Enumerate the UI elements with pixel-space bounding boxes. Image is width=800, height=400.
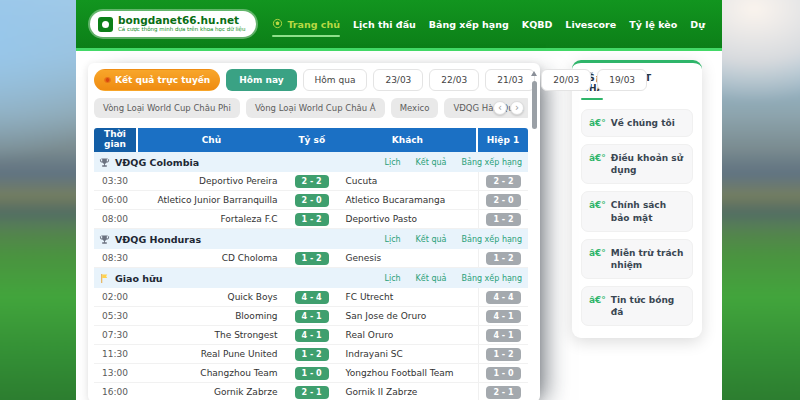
matches-panel: ◉ Kết quả trực tuyến Hôm nayHôm qua23/03… — [88, 63, 540, 400]
score-badge: 2 - 0 — [295, 194, 329, 207]
nav-item-lich-thi-au[interactable]: Lịch thi đấu — [353, 13, 416, 36]
quick-link-chinh-sach-bao-mat[interactable]: â€°Chính sách bảo mật — [581, 191, 693, 231]
quick-link-label: Điều khoản sử dụng — [611, 152, 685, 176]
league-name: VĐQG Colombia — [115, 157, 199, 168]
day-filter-19-03[interactable]: 19/03 — [597, 69, 647, 91]
day-filter-hom-nay[interactable]: Hôm nay — [226, 69, 296, 91]
scroll-left-icon[interactable]: ‹ — [493, 101, 507, 115]
nav-item-kqbd[interactable]: KQBD — [522, 13, 553, 36]
half-score-badge: 1 - 2 — [486, 252, 520, 265]
quick-link-tin-tuc-bong-a[interactable]: â€°Tin tức bóng đá — [581, 286, 693, 326]
score-cell: 1 - 2 — [285, 213, 339, 226]
match-time: 02:00 — [94, 292, 136, 302]
half-score-cell: 2 - 2 — [478, 172, 528, 190]
half-score-cell: 2 - 0 — [478, 191, 528, 209]
half-score-badge: 4 - 1 — [486, 310, 520, 323]
home-team: The Strongest — [136, 330, 285, 340]
league-link-lich[interactable]: Lịch — [384, 158, 400, 167]
half-score-cell: 1 - 2 — [478, 345, 528, 363]
match-row[interactable]: 06:00Atletico Junior Barranquilla2 - 0At… — [94, 191, 528, 210]
score-cell: 1 - 2 — [285, 252, 339, 265]
score-badge: 1 - 0 — [295, 367, 329, 380]
match-row[interactable]: 02:00Quick Boys4 - 4FC Utrecht4 - 4 — [94, 288, 528, 307]
nav-item-label: Dự đoán bóng đá AI — [690, 19, 708, 30]
league-link-lich[interactable]: Lịch — [384, 235, 400, 244]
trophy-icon — [99, 234, 110, 245]
title-underline — [581, 98, 603, 100]
nav-item-ty-le-keo[interactable]: Tỷ lệ kèo — [629, 13, 677, 36]
home-nav-icon — [272, 18, 283, 31]
match-row[interactable]: 08:00Fortaleza F.C1 - 2Deportivo Pasto1 … — [94, 210, 528, 229]
match-row[interactable]: 11:30Real Pune United1 - 2Indrayani SC1 … — [94, 345, 528, 364]
nav-item-du-oan-bong-a-ai[interactable]: Dự đoán bóng đá AI — [690, 13, 708, 36]
home-team: Changzhou Team — [136, 368, 285, 378]
day-filter-22-03[interactable]: 22/03 — [429, 69, 479, 91]
match-time: 08:30 — [94, 253, 136, 263]
away-team: Real Oruro — [339, 330, 478, 340]
scroll-right-icon[interactable]: › — [510, 101, 524, 115]
league-link-bang-xep-hang[interactable]: Bảng xếp hạng — [462, 274, 522, 283]
quick-link-mien-tru-trach-nhiem[interactable]: â€°Miễn trừ trách nhiệm — [581, 239, 693, 279]
league-link-bang-xep-hang[interactable]: Bảng xếp hạng — [462, 235, 522, 244]
home-team: Fortaleza F.C — [136, 214, 285, 224]
half-score-badge: 2 - 1 — [486, 386, 520, 399]
league-filter-mexico[interactable]: Mexico — [391, 98, 439, 118]
away-team: Atletico Bucaramanga — [339, 195, 478, 205]
away-team: Deportivo Pasto — [339, 214, 478, 224]
league-name: VĐQG Honduras — [115, 234, 201, 245]
league-filter-vong-loai-world-cup-chau-phi[interactable]: Vòng Loại World Cup Châu Phi — [94, 98, 240, 118]
league-link-ket-qua[interactable]: Kết quả — [416, 158, 447, 167]
table-header-mid: Chủ Tỷ số Khách — [138, 128, 476, 152]
site-logo[interactable]: bongdanet66.hu.net Cá cược thông minh dự… — [90, 11, 256, 37]
quick-links-card: âš¡ Liên kết nhanh â€°Về chúng tôiâ€°Điề… — [572, 60, 702, 338]
quick-link-label: Về chúng tôi — [611, 117, 675, 129]
score-cell: 4 - 1 — [285, 310, 339, 323]
league-links: LịchKết quảBảng xếp hạng — [384, 235, 522, 244]
match-row[interactable]: 16:00Gornik Zabrze2 - 1Gornik II Zabrze2… — [94, 383, 528, 400]
half-score-badge: 4 - 4 — [486, 291, 520, 304]
nav-item-label: Lịch thi đấu — [353, 19, 416, 30]
nav-item-livescore[interactable]: Livescore — [565, 13, 616, 36]
live-results-button[interactable]: ◉ Kết quả trực tuyến — [94, 69, 220, 91]
scroll-up-icon[interactable] — [531, 71, 537, 76]
quick-link-ve-chung-toi[interactable]: â€°Về chúng tôi — [581, 109, 693, 137]
match-row[interactable]: 05:30Blooming4 - 1San Jose de Oruro4 - 1 — [94, 307, 528, 326]
home-team: Blooming — [136, 311, 285, 321]
content-area: ◉ Kết quả trực tuyến Hôm nayHôm qua23/03… — [76, 51, 722, 400]
score-badge: 1 - 2 — [295, 348, 329, 361]
home-team: Atletico Junior Barranquilla — [136, 195, 285, 205]
day-filter-21-03[interactable]: 21/03 — [485, 69, 535, 91]
match-row[interactable]: 07:30The Strongest4 - 1Real Oruro4 - 1 — [94, 326, 528, 345]
nav-item-label: Bảng xếp hạng — [429, 19, 509, 30]
scrollbar-thumb[interactable] — [532, 81, 537, 129]
col-header-half: Hiệp 1 — [478, 128, 528, 152]
day-filter-23-03[interactable]: 23/03 — [373, 69, 423, 91]
quick-link-ieu-khoan-su-dung[interactable]: â€°Điều khoản sử dụng — [581, 144, 693, 184]
match-row[interactable]: 13:00Changzhou Team1 - 0Yongzhou Footbal… — [94, 364, 528, 383]
match-row[interactable]: 03:30Deportivo Pereira2 - 2Cucuta2 - 2 — [94, 172, 528, 191]
quick-link-label: Miễn trừ trách nhiệm — [611, 247, 685, 271]
nav-item-trang-chu[interactable]: Trang chủ — [272, 12, 340, 37]
half-score-badge: 1 - 0 — [486, 367, 520, 380]
score-badge: 1 - 2 — [295, 213, 329, 226]
quick-link-label: Chính sách bảo mật — [611, 199, 685, 223]
half-score-cell: 1 - 2 — [478, 210, 528, 228]
match-time: 16:00 — [94, 387, 136, 397]
home-team: Real Pune United — [136, 349, 285, 359]
away-team: San Jose de Oruro — [339, 311, 478, 321]
match-table: Thời gian Chủ Tỷ số Khách Hiệp 1 VĐQG Co… — [94, 128, 528, 400]
league-link-bang-xep-hang[interactable]: Bảng xếp hạng — [462, 158, 522, 167]
league-filter-vong-loai-world-cup-chau-a[interactable]: Vòng Loại World Cup Châu Á — [246, 98, 385, 118]
away-team: Gornik II Zabrze — [339, 387, 478, 397]
match-row[interactable]: 08:30CD Choloma1 - 2Genesis1 - 2 — [94, 249, 528, 268]
score-cell: 4 - 1 — [285, 329, 339, 342]
col-header-home: Chủ — [138, 128, 285, 152]
nav-item-bang-xep-hang[interactable]: Bảng xếp hạng — [429, 13, 509, 36]
day-filter-20-03[interactable]: 20/03 — [541, 69, 591, 91]
league-link-ket-qua[interactable]: Kết quả — [416, 274, 447, 283]
league-link-ket-qua[interactable]: Kết quả — [416, 235, 447, 244]
league-link-lich[interactable]: Lịch — [384, 274, 400, 283]
day-filter-hom-qua[interactable]: Hôm qua — [303, 69, 368, 91]
quick-links-list: â€°Về chúng tôiâ€°Điều khoản sử dụngâ€°C… — [581, 109, 693, 326]
league-links: LịchKết quảBảng xếp hạng — [384, 274, 522, 283]
